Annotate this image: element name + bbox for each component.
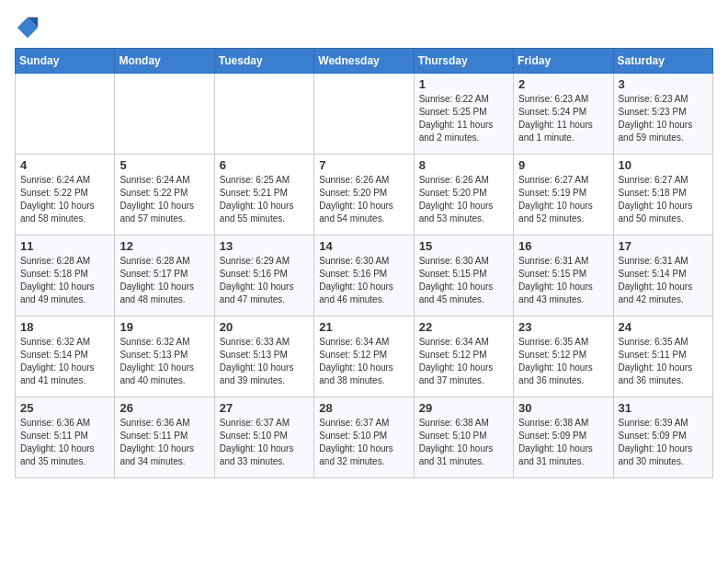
day-info: Sunrise: 6:30 AM Sunset: 5:16 PM Dayligh… xyxy=(319,255,408,306)
calendar-cell: 21Sunrise: 6:34 AM Sunset: 5:12 PM Dayli… xyxy=(314,316,414,397)
day-number: 28 xyxy=(319,401,408,415)
day-info: Sunrise: 6:38 AM Sunset: 5:09 PM Dayligh… xyxy=(518,417,608,468)
header-monday: Monday xyxy=(115,49,214,74)
calendar-week-row: 11Sunrise: 6:28 AM Sunset: 5:18 PM Dayli… xyxy=(16,236,713,316)
day-number: 16 xyxy=(518,239,608,253)
day-info: Sunrise: 6:23 AM Sunset: 5:24 PM Dayligh… xyxy=(518,93,608,144)
day-number: 15 xyxy=(419,239,508,253)
day-number: 25 xyxy=(20,401,109,415)
header-thursday: Thursday xyxy=(414,49,513,74)
calendar-cell: 19Sunrise: 6:32 AM Sunset: 5:13 PM Dayli… xyxy=(115,316,214,397)
page-header xyxy=(15,15,713,40)
calendar-cell: 17Sunrise: 6:31 AM Sunset: 5:14 PM Dayli… xyxy=(613,236,712,316)
calendar-cell: 10Sunrise: 6:27 AM Sunset: 5:18 PM Dayli… xyxy=(613,155,712,236)
calendar-cell: 18Sunrise: 6:32 AM Sunset: 5:14 PM Dayli… xyxy=(16,316,115,397)
day-info: Sunrise: 6:33 AM Sunset: 5:13 PM Dayligh… xyxy=(220,336,309,387)
day-number: 12 xyxy=(119,239,209,253)
day-number: 11 xyxy=(20,239,109,253)
day-info: Sunrise: 6:35 AM Sunset: 5:12 PM Dayligh… xyxy=(518,336,608,387)
day-info: Sunrise: 6:32 AM Sunset: 5:14 PM Dayligh… xyxy=(20,336,109,387)
header-tuesday: Tuesday xyxy=(214,49,313,74)
calendar-cell xyxy=(214,74,313,155)
day-number: 5 xyxy=(119,158,209,172)
calendar-cell: 27Sunrise: 6:37 AM Sunset: 5:10 PM Dayli… xyxy=(214,397,313,478)
day-info: Sunrise: 6:39 AM Sunset: 5:09 PM Dayligh… xyxy=(619,417,708,468)
day-number: 9 xyxy=(518,158,608,172)
calendar-cell: 2Sunrise: 6:23 AM Sunset: 5:24 PM Daylig… xyxy=(514,74,613,155)
logo xyxy=(15,15,44,40)
calendar-cell: 12Sunrise: 6:28 AM Sunset: 5:17 PM Dayli… xyxy=(115,236,214,316)
day-number: 4 xyxy=(20,158,109,172)
day-number: 21 xyxy=(319,320,408,334)
day-info: Sunrise: 6:30 AM Sunset: 5:15 PM Dayligh… xyxy=(419,255,508,306)
calendar-cell: 6Sunrise: 6:25 AM Sunset: 5:21 PM Daylig… xyxy=(214,155,313,236)
day-number: 2 xyxy=(518,77,608,91)
day-number: 19 xyxy=(119,320,209,334)
calendar-cell: 29Sunrise: 6:38 AM Sunset: 5:10 PM Dayli… xyxy=(414,397,513,478)
calendar-cell: 16Sunrise: 6:31 AM Sunset: 5:15 PM Dayli… xyxy=(514,236,613,316)
day-info: Sunrise: 6:31 AM Sunset: 5:15 PM Dayligh… xyxy=(518,255,608,306)
calendar-week-row: 25Sunrise: 6:36 AM Sunset: 5:11 PM Dayli… xyxy=(16,397,713,478)
day-info: Sunrise: 6:29 AM Sunset: 5:16 PM Dayligh… xyxy=(220,255,309,306)
day-number: 27 xyxy=(220,401,309,415)
calendar-cell: 9Sunrise: 6:27 AM Sunset: 5:19 PM Daylig… xyxy=(514,155,613,236)
calendar-cell: 31Sunrise: 6:39 AM Sunset: 5:09 PM Dayli… xyxy=(613,397,712,478)
calendar-cell: 20Sunrise: 6:33 AM Sunset: 5:13 PM Dayli… xyxy=(214,316,313,397)
day-info: Sunrise: 6:26 AM Sunset: 5:20 PM Dayligh… xyxy=(319,174,408,225)
day-info: Sunrise: 6:35 AM Sunset: 5:11 PM Dayligh… xyxy=(619,336,708,387)
day-info: Sunrise: 6:36 AM Sunset: 5:11 PM Dayligh… xyxy=(20,417,109,468)
day-number: 1 xyxy=(419,77,508,91)
calendar-cell xyxy=(314,74,414,155)
day-number: 22 xyxy=(419,320,508,334)
day-info: Sunrise: 6:27 AM Sunset: 5:19 PM Dayligh… xyxy=(518,174,608,225)
day-info: Sunrise: 6:22 AM Sunset: 5:25 PM Dayligh… xyxy=(419,93,508,144)
day-info: Sunrise: 6:26 AM Sunset: 5:20 PM Dayligh… xyxy=(419,174,508,225)
day-info: Sunrise: 6:34 AM Sunset: 5:12 PM Dayligh… xyxy=(319,336,408,387)
logo-icon xyxy=(15,15,40,40)
calendar-cell: 24Sunrise: 6:35 AM Sunset: 5:11 PM Dayli… xyxy=(613,316,712,397)
day-number: 31 xyxy=(619,401,708,415)
day-number: 3 xyxy=(619,77,708,91)
header-sunday: Sunday xyxy=(16,49,115,74)
day-info: Sunrise: 6:27 AM Sunset: 5:18 PM Dayligh… xyxy=(619,174,708,225)
calendar-cell: 4Sunrise: 6:24 AM Sunset: 5:22 PM Daylig… xyxy=(16,155,115,236)
calendar-cell: 15Sunrise: 6:30 AM Sunset: 5:15 PM Dayli… xyxy=(414,236,513,316)
calendar-cell: 1Sunrise: 6:22 AM Sunset: 5:25 PM Daylig… xyxy=(414,74,513,155)
day-number: 30 xyxy=(518,401,608,415)
day-number: 14 xyxy=(319,239,408,253)
calendar-cell: 30Sunrise: 6:38 AM Sunset: 5:09 PM Dayli… xyxy=(514,397,613,478)
day-info: Sunrise: 6:24 AM Sunset: 5:22 PM Dayligh… xyxy=(119,174,209,225)
day-number: 26 xyxy=(119,401,209,415)
day-number: 6 xyxy=(220,158,309,172)
day-info: Sunrise: 6:36 AM Sunset: 5:11 PM Dayligh… xyxy=(119,417,209,468)
day-number: 10 xyxy=(619,158,708,172)
day-info: Sunrise: 6:25 AM Sunset: 5:21 PM Dayligh… xyxy=(220,174,309,225)
calendar-cell: 7Sunrise: 6:26 AM Sunset: 5:20 PM Daylig… xyxy=(314,155,414,236)
calendar-cell: 11Sunrise: 6:28 AM Sunset: 5:18 PM Dayli… xyxy=(16,236,115,316)
header-wednesday: Wednesday xyxy=(314,49,414,74)
day-info: Sunrise: 6:37 AM Sunset: 5:10 PM Dayligh… xyxy=(220,417,309,468)
day-number: 24 xyxy=(619,320,708,334)
day-info: Sunrise: 6:28 AM Sunset: 5:18 PM Dayligh… xyxy=(20,255,109,306)
day-info: Sunrise: 6:28 AM Sunset: 5:17 PM Dayligh… xyxy=(119,255,209,306)
day-info: Sunrise: 6:32 AM Sunset: 5:13 PM Dayligh… xyxy=(119,336,209,387)
calendar-cell: 8Sunrise: 6:26 AM Sunset: 5:20 PM Daylig… xyxy=(414,155,513,236)
calendar-cell: 3Sunrise: 6:23 AM Sunset: 5:23 PM Daylig… xyxy=(613,74,712,155)
header-friday: Friday xyxy=(514,49,613,74)
day-info: Sunrise: 6:37 AM Sunset: 5:10 PM Dayligh… xyxy=(319,417,408,468)
calendar-cell: 26Sunrise: 6:36 AM Sunset: 5:11 PM Dayli… xyxy=(115,397,214,478)
day-info: Sunrise: 6:38 AM Sunset: 5:10 PM Dayligh… xyxy=(419,417,508,468)
calendar-table: SundayMondayTuesdayWednesdayThursdayFrid… xyxy=(15,48,713,478)
calendar-week-row: 18Sunrise: 6:32 AM Sunset: 5:14 PM Dayli… xyxy=(16,316,713,397)
day-number: 13 xyxy=(220,239,309,253)
calendar-week-row: 4Sunrise: 6:24 AM Sunset: 5:22 PM Daylig… xyxy=(16,155,713,236)
calendar-cell: 13Sunrise: 6:29 AM Sunset: 5:16 PM Dayli… xyxy=(214,236,313,316)
calendar-cell: 22Sunrise: 6:34 AM Sunset: 5:12 PM Dayli… xyxy=(414,316,513,397)
day-info: Sunrise: 6:23 AM Sunset: 5:23 PM Dayligh… xyxy=(619,93,708,144)
day-number: 17 xyxy=(619,239,708,253)
day-number: 7 xyxy=(319,158,408,172)
calendar-cell: 23Sunrise: 6:35 AM Sunset: 5:12 PM Dayli… xyxy=(514,316,613,397)
calendar-cell: 28Sunrise: 6:37 AM Sunset: 5:10 PM Dayli… xyxy=(314,397,414,478)
calendar-cell: 25Sunrise: 6:36 AM Sunset: 5:11 PM Dayli… xyxy=(16,397,115,478)
calendar-header-row: SundayMondayTuesdayWednesdayThursdayFrid… xyxy=(16,49,713,74)
